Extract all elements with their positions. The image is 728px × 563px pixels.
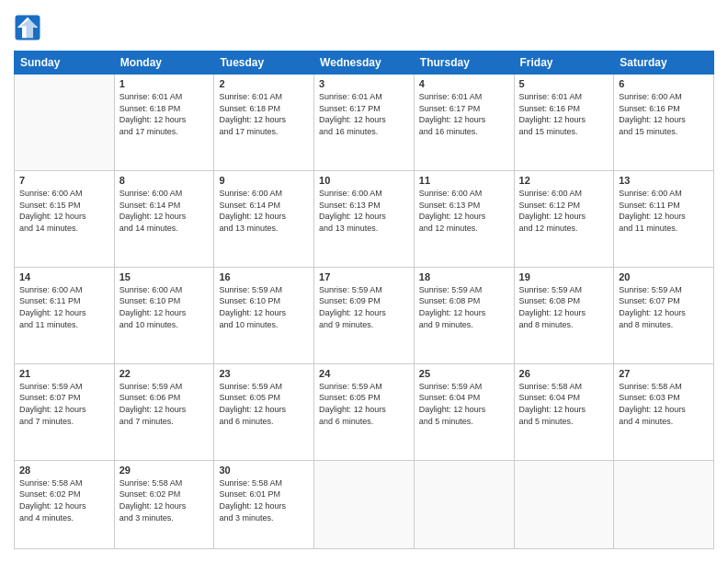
day-number: 5: [519, 78, 609, 89]
day-info: Sunrise: 6:01 AM Sunset: 6:17 PM Dayligh…: [419, 91, 509, 137]
day-info: Sunrise: 5:58 AM Sunset: 6:04 PM Dayligh…: [519, 381, 609, 427]
day-info: Sunrise: 5:58 AM Sunset: 6:01 PM Dayligh…: [219, 477, 309, 523]
logo-icon: [14, 14, 41, 41]
day-number: 19: [519, 271, 609, 282]
day-number: 24: [319, 368, 409, 379]
calendar-cell: 22Sunrise: 5:59 AM Sunset: 6:06 PM Dayli…: [114, 363, 214, 460]
calendar-cell: 11Sunrise: 6:00 AM Sunset: 6:13 PM Dayli…: [414, 170, 514, 267]
day-number: 1: [119, 78, 210, 89]
calendar-cell: 28Sunrise: 5:58 AM Sunset: 6:02 PM Dayli…: [15, 460, 115, 548]
day-number: 12: [519, 175, 609, 186]
calendar-cell: 27Sunrise: 5:58 AM Sunset: 6:03 PM Dayli…: [614, 363, 714, 460]
day-info: Sunrise: 6:00 AM Sunset: 6:11 PM Dayligh…: [619, 188, 709, 234]
day-number: 6: [619, 78, 709, 89]
calendar-header-sunday: Sunday: [15, 52, 115, 75]
calendar-cell: 21Sunrise: 5:59 AM Sunset: 6:07 PM Dayli…: [15, 363, 115, 460]
calendar-cell: 13Sunrise: 6:00 AM Sunset: 6:11 PM Dayli…: [614, 170, 714, 267]
calendar-cell: 12Sunrise: 6:00 AM Sunset: 6:12 PM Dayli…: [514, 170, 614, 267]
calendar-cell: 6Sunrise: 6:00 AM Sunset: 6:16 PM Daylig…: [614, 75, 714, 171]
day-number: 27: [619, 368, 709, 379]
day-number: 10: [319, 175, 409, 186]
calendar-cell: 23Sunrise: 5:59 AM Sunset: 6:05 PM Dayli…: [214, 363, 314, 460]
calendar-cell: [614, 460, 714, 548]
calendar-cell: [15, 75, 115, 171]
day-info: Sunrise: 6:00 AM Sunset: 6:14 PM Dayligh…: [219, 188, 309, 234]
day-number: 30: [219, 465, 309, 476]
calendar-week-row: 21Sunrise: 5:59 AM Sunset: 6:07 PM Dayli…: [15, 363, 714, 460]
calendar-cell: 15Sunrise: 6:00 AM Sunset: 6:10 PM Dayli…: [114, 267, 214, 363]
calendar-cell: 30Sunrise: 5:58 AM Sunset: 6:01 PM Dayli…: [214, 460, 314, 548]
calendar-table: SundayMondayTuesdayWednesdayThursdayFrid…: [14, 51, 714, 549]
calendar-header-wednesday: Wednesday: [314, 52, 415, 75]
calendar-cell: 26Sunrise: 5:58 AM Sunset: 6:04 PM Dayli…: [514, 363, 614, 460]
calendar-week-row: 7Sunrise: 6:00 AM Sunset: 6:15 PM Daylig…: [15, 170, 714, 267]
day-info: Sunrise: 5:59 AM Sunset: 6:09 PM Dayligh…: [319, 284, 409, 330]
calendar-cell: 16Sunrise: 5:59 AM Sunset: 6:10 PM Dayli…: [214, 267, 314, 363]
day-number: 20: [619, 271, 709, 282]
day-info: Sunrise: 5:58 AM Sunset: 6:02 PM Dayligh…: [119, 477, 210, 523]
day-info: Sunrise: 6:01 AM Sunset: 6:17 PM Dayligh…: [319, 91, 409, 137]
calendar-cell: 19Sunrise: 5:59 AM Sunset: 6:08 PM Dayli…: [514, 267, 614, 363]
day-info: Sunrise: 5:59 AM Sunset: 6:10 PM Dayligh…: [219, 284, 309, 330]
day-info: Sunrise: 6:00 AM Sunset: 6:10 PM Dayligh…: [119, 284, 210, 330]
day-number: 25: [419, 368, 509, 379]
calendar-cell: 4Sunrise: 6:01 AM Sunset: 6:17 PM Daylig…: [414, 75, 514, 171]
calendar-header-row: SundayMondayTuesdayWednesdayThursdayFrid…: [15, 52, 714, 75]
day-number: 7: [19, 175, 109, 186]
day-number: 4: [419, 78, 509, 89]
day-number: 22: [119, 368, 210, 379]
calendar-cell: 14Sunrise: 6:00 AM Sunset: 6:11 PM Dayli…: [15, 267, 115, 363]
day-number: 23: [219, 368, 309, 379]
day-number: 14: [19, 271, 109, 282]
day-info: Sunrise: 6:00 AM Sunset: 6:11 PM Dayligh…: [19, 284, 109, 330]
calendar-week-row: 28Sunrise: 5:58 AM Sunset: 6:02 PM Dayli…: [15, 460, 714, 548]
calendar-cell: 17Sunrise: 5:59 AM Sunset: 6:09 PM Dayli…: [314, 267, 415, 363]
calendar-cell: [314, 460, 415, 548]
day-number: 8: [119, 175, 210, 186]
day-info: Sunrise: 5:59 AM Sunset: 6:05 PM Dayligh…: [219, 381, 309, 427]
day-number: 16: [219, 271, 309, 282]
logo: [14, 14, 43, 41]
calendar-cell: 3Sunrise: 6:01 AM Sunset: 6:17 PM Daylig…: [314, 75, 415, 171]
calendar-header-thursday: Thursday: [414, 52, 514, 75]
calendar-cell: 25Sunrise: 5:59 AM Sunset: 6:04 PM Dayli…: [414, 363, 514, 460]
calendar-cell: 1Sunrise: 6:01 AM Sunset: 6:18 PM Daylig…: [114, 75, 214, 171]
calendar-header-tuesday: Tuesday: [214, 52, 314, 75]
calendar-cell: [514, 460, 614, 548]
day-info: Sunrise: 5:59 AM Sunset: 6:04 PM Dayligh…: [419, 381, 509, 427]
calendar-cell: [414, 460, 514, 548]
day-info: Sunrise: 6:00 AM Sunset: 6:15 PM Dayligh…: [19, 188, 109, 234]
calendar-cell: 20Sunrise: 5:59 AM Sunset: 6:07 PM Dayli…: [614, 267, 714, 363]
day-info: Sunrise: 5:58 AM Sunset: 6:02 PM Dayligh…: [19, 477, 109, 523]
day-info: Sunrise: 6:00 AM Sunset: 6:12 PM Dayligh…: [519, 188, 609, 234]
calendar-header-friday: Friday: [514, 52, 614, 75]
calendar-week-row: 14Sunrise: 6:00 AM Sunset: 6:11 PM Dayli…: [15, 267, 714, 363]
calendar-week-row: 1Sunrise: 6:01 AM Sunset: 6:18 PM Daylig…: [15, 75, 714, 171]
day-info: Sunrise: 6:01 AM Sunset: 6:16 PM Dayligh…: [519, 91, 609, 137]
calendar-cell: 18Sunrise: 5:59 AM Sunset: 6:08 PM Dayli…: [414, 267, 514, 363]
day-info: Sunrise: 6:01 AM Sunset: 6:18 PM Dayligh…: [119, 91, 210, 137]
day-number: 21: [19, 368, 109, 379]
day-number: 18: [419, 271, 509, 282]
day-number: 29: [119, 465, 210, 476]
day-info: Sunrise: 5:59 AM Sunset: 6:05 PM Dayligh…: [319, 381, 409, 427]
page: SundayMondayTuesdayWednesdayThursdayFrid…: [0, 0, 728, 563]
day-number: 13: [619, 175, 709, 186]
day-info: Sunrise: 6:00 AM Sunset: 6:13 PM Dayligh…: [419, 188, 509, 234]
calendar-cell: 9Sunrise: 6:00 AM Sunset: 6:14 PM Daylig…: [214, 170, 314, 267]
day-number: 2: [219, 78, 309, 89]
day-info: Sunrise: 6:00 AM Sunset: 6:13 PM Dayligh…: [319, 188, 409, 234]
day-info: Sunrise: 6:00 AM Sunset: 6:16 PM Dayligh…: [619, 91, 709, 137]
day-number: 17: [319, 271, 409, 282]
calendar-cell: 2Sunrise: 6:01 AM Sunset: 6:18 PM Daylig…: [214, 75, 314, 171]
day-info: Sunrise: 6:01 AM Sunset: 6:18 PM Dayligh…: [219, 91, 309, 137]
calendar-cell: 7Sunrise: 6:00 AM Sunset: 6:15 PM Daylig…: [15, 170, 115, 267]
day-number: 9: [219, 175, 309, 186]
day-info: Sunrise: 5:59 AM Sunset: 6:07 PM Dayligh…: [619, 284, 709, 330]
calendar-header-monday: Monday: [114, 52, 214, 75]
calendar-cell: 5Sunrise: 6:01 AM Sunset: 6:16 PM Daylig…: [514, 75, 614, 171]
day-info: Sunrise: 5:59 AM Sunset: 6:08 PM Dayligh…: [519, 284, 609, 330]
calendar-cell: 10Sunrise: 6:00 AM Sunset: 6:13 PM Dayli…: [314, 170, 415, 267]
day-number: 26: [519, 368, 609, 379]
day-number: 11: [419, 175, 509, 186]
